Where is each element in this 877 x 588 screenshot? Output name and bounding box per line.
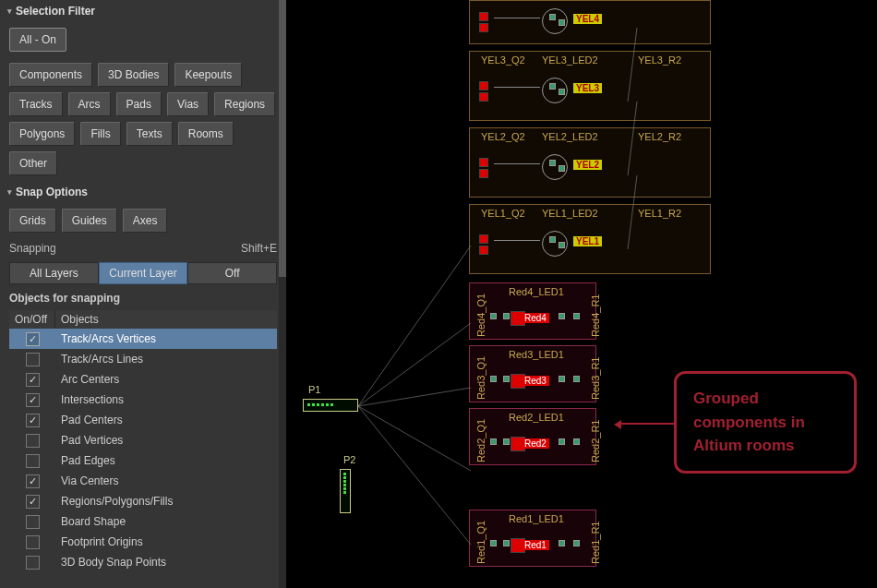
snap-checkbox[interactable]	[26, 454, 40, 468]
room-r-label: Red4_R1	[590, 294, 601, 337]
snap-checkbox[interactable]	[26, 353, 40, 366]
pad	[490, 376, 497, 382]
snap-object-row[interactable]: ✓Track/Arcs Vertices	[9, 329, 277, 349]
designator: YEL3	[573, 83, 602, 93]
snap-object-row[interactable]: ✓Regions/Polygons/Fills	[9, 491, 277, 511]
pad	[559, 19, 565, 26]
designator: YEL1	[573, 236, 602, 246]
designator: Red4	[522, 313, 549, 323]
snap-checkbox[interactable]: ✓	[26, 373, 40, 387]
designator: YEL4	[573, 14, 602, 24]
snap-checkbox[interactable]: ✓	[26, 332, 40, 346]
scrollbar-thumb[interactable]	[279, 0, 286, 277]
pad	[503, 313, 510, 319]
callout-text: Grouped components in Altium rooms	[693, 390, 805, 454]
filter-tracks-button[interactable]: Tracks	[9, 92, 63, 116]
yel-room[interactable]: YEL4	[469, 0, 711, 44]
snap-object-row[interactable]: ✓Via Centers	[9, 471, 277, 491]
filter-regions-button[interactable]: Regions	[214, 92, 275, 116]
filter-keepouts-button[interactable]: Keepouts	[174, 63, 242, 87]
snap-object-row[interactable]: ✓Arc Centers	[9, 369, 277, 390]
room-r-label: Red3_R1	[590, 357, 601, 400]
trace	[494, 240, 540, 241]
filter-texts-button[interactable]: Texts	[126, 122, 173, 146]
filter-components-button[interactable]: Components	[9, 63, 92, 87]
red-room[interactable]: Red3_Q1Red3_LED1Red3_R1Red3	[469, 345, 596, 402]
snap-checkbox[interactable]: ✓	[26, 474, 40, 488]
snap-checkbox[interactable]: ✓	[26, 495, 40, 509]
p1-component[interactable]	[303, 399, 358, 412]
snap-objects-table: On/Off Objects ✓Track/Arcs VerticesTrack…	[9, 310, 277, 572]
room-r-label: YEL1_R2	[638, 208, 681, 219]
filter-all-on-button[interactable]: All - On	[9, 28, 66, 52]
filter-rooms-button[interactable]: Rooms	[178, 122, 234, 146]
room-q-label: YEL3_Q2	[481, 54, 525, 66]
snap-checkbox[interactable]	[26, 434, 40, 448]
yel-room[interactable]: YEL3_Q2YEL3_LED2YEL3_R2YEL3	[469, 51, 711, 121]
snap-all-layers-button[interactable]: All Layers	[9, 262, 99, 284]
snapping-label: Snapping	[9, 242, 56, 255]
snap-checkbox[interactable]: ✓	[26, 393, 40, 407]
snap-object-label: Track/Arcs Lines	[55, 351, 277, 367]
snap-object-row[interactable]: Track/Arcs Lines	[9, 349, 277, 369]
filter-vias-button[interactable]: Vias	[167, 92, 209, 116]
pad	[549, 83, 556, 90]
yel-room[interactable]: YEL2_Q2YEL2_LED2YEL2_R2YEL2	[469, 127, 711, 198]
pad	[490, 540, 497, 546]
selection-filter-header[interactable]: Selection Filter	[0, 0, 286, 22]
red-room[interactable]: Red1_Q1Red1_LED1Red1_R1Red1	[469, 510, 596, 567]
snap-object-label: Regions/Polygons/Fills	[55, 493, 277, 510]
selection-filter-title: Selection Filter	[16, 5, 95, 18]
pad	[479, 81, 488, 90]
pad	[549, 236, 556, 243]
pad	[559, 89, 565, 95]
snap-checkbox[interactable]	[26, 515, 40, 529]
filter-pads-button[interactable]: Pads	[116, 92, 162, 116]
room-led-label: Red3_LED1	[509, 349, 564, 360]
room-led-label: YEL3_LED2	[542, 54, 598, 66]
red-room[interactable]: Red4_Q1Red4_LED1Red4_R1Red4	[469, 282, 596, 340]
snap-object-row[interactable]: Pad Edges	[9, 450, 277, 471]
p2-component[interactable]	[340, 469, 351, 513]
red-room[interactable]: Red2_Q1Red2_LED1Red2_R1Red2	[469, 408, 596, 465]
pad	[503, 540, 510, 546]
trace	[494, 18, 540, 18]
trace	[494, 163, 540, 164]
filter-other-button[interactable]: Other	[9, 151, 57, 175]
objects-for-snapping-label: Objects for snapping	[0, 288, 286, 308]
pad	[559, 376, 565, 382]
snap-options-header[interactable]: Snap Options	[0, 181, 286, 203]
filter-polygons-button[interactable]: Polygons	[9, 122, 75, 146]
snap-guides-button[interactable]: Guides	[62, 209, 117, 233]
pad	[479, 169, 488, 178]
svg-line-4	[358, 406, 471, 545]
room-q-label: Red2_Q1	[475, 419, 487, 462]
pcb-canvas[interactable]: YEL4YEL3_Q2YEL3_LED2YEL3_R2YEL3YEL2_Q2YE…	[286, 0, 877, 588]
pad	[559, 313, 565, 319]
filter-3d-bodies-button[interactable]: 3D Bodies	[98, 63, 169, 87]
snap-object-label: Intersections	[55, 391, 277, 408]
snap-object-row[interactable]: Board Shape	[9, 511, 277, 532]
p1-label: P1	[308, 384, 320, 395]
snap-current-layer-button[interactable]: Current Layer	[99, 262, 188, 284]
snap-object-row[interactable]: ✓Intersections	[9, 390, 277, 410]
filter-arcs-button[interactable]: Arcs	[68, 92, 111, 116]
snap-off-button[interactable]: Off	[187, 262, 277, 284]
panel-scrollbar[interactable]	[279, 0, 286, 588]
snap-object-row[interactable]: Footprint Origins	[9, 532, 277, 552]
filter-fills-button[interactable]: Fills	[80, 122, 120, 146]
snap-object-label: Arc Centers	[55, 371, 277, 388]
yel-room[interactable]: YEL1_Q2YEL1_LED2YEL1_R2YEL1	[469, 204, 711, 274]
snap-axes-button[interactable]: Axes	[123, 209, 168, 233]
svg-line-1	[358, 323, 471, 406]
snap-object-row[interactable]: ✓Pad Centers	[9, 410, 277, 430]
p2-label: P2	[343, 454, 355, 465]
pad	[573, 540, 580, 546]
snap-checkbox[interactable]	[26, 535, 40, 549]
snap-checkbox[interactable]	[26, 556, 40, 570]
snap-object-row[interactable]: Pad Vertices	[9, 430, 277, 450]
snap-object-row[interactable]: 3D Body Snap Points	[9, 552, 277, 572]
snap-checkbox[interactable]: ✓	[26, 414, 40, 427]
pad	[559, 242, 565, 248]
snap-grids-button[interactable]: Grids	[9, 209, 56, 233]
